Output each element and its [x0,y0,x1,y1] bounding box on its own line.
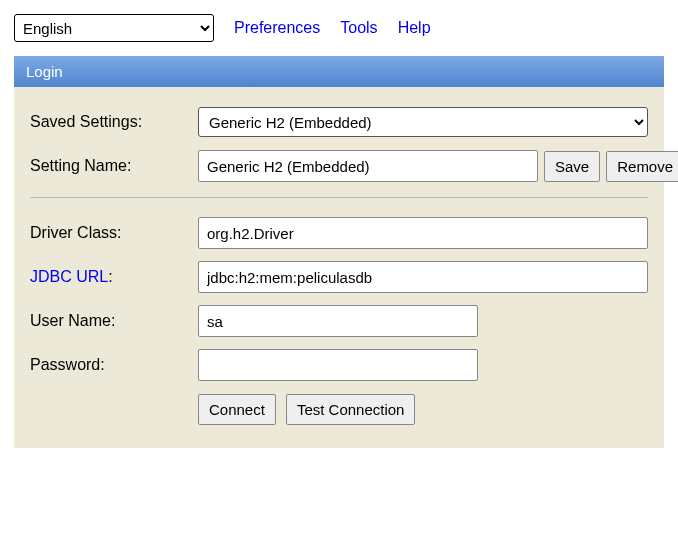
panel-title: Login [14,56,664,87]
label-jdbc-url: JDBC URL: [30,268,190,286]
help-link[interactable]: Help [398,19,431,37]
test-connection-button[interactable]: Test Connection [286,394,416,425]
label-driver-class: Driver Class: [30,224,190,242]
tools-link[interactable]: Tools [340,19,377,37]
top-bar: English Preferences Tools Help [14,14,664,42]
row-password: Password: [30,348,648,382]
jdbc-url-input[interactable] [198,261,648,293]
user-name-input[interactable] [198,305,478,337]
row-setting-name: Setting Name: Save Remove [30,149,648,183]
remove-button[interactable]: Remove [606,151,678,182]
row-driver-class: Driver Class: [30,216,648,250]
row-saved-settings: Saved Settings: Generic H2 (Embedded) [30,105,648,139]
login-panel: Login Saved Settings: Generic H2 (Embedd… [14,56,664,448]
language-select[interactable]: English [14,14,214,42]
label-password: Password: [30,356,190,374]
row-jdbc-url: JDBC URL: [30,260,648,294]
setting-name-input[interactable] [198,150,538,182]
label-user-name: User Name: [30,312,190,330]
driver-class-input[interactable] [198,217,648,249]
connect-button[interactable]: Connect [198,394,276,425]
panel-body: Saved Settings: Generic H2 (Embedded) Se… [14,87,664,448]
separator [30,197,648,198]
jdbc-url-colon: : [108,268,112,285]
preferences-link[interactable]: Preferences [234,19,320,37]
row-user-name: User Name: [30,304,648,338]
jdbc-url-link[interactable]: JDBC URL [30,268,108,285]
row-actions: Connect Test Connection [30,392,648,426]
label-setting-name: Setting Name: [30,157,190,175]
label-saved-settings: Saved Settings: [30,113,190,131]
saved-settings-select[interactable]: Generic H2 (Embedded) [198,107,648,137]
password-input[interactable] [198,349,478,381]
save-button[interactable]: Save [544,151,600,182]
